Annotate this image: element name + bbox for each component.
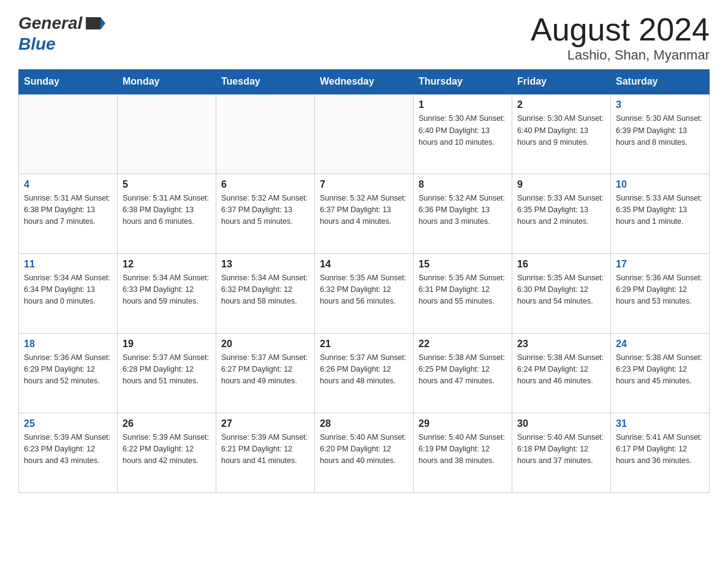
day-info: Sunrise: 5:36 AM Sunset: 6:29 PM Dayligh… bbox=[616, 272, 704, 308]
day-number: 7 bbox=[320, 179, 408, 190]
day-info: Sunrise: 5:34 AM Sunset: 6:34 PM Dayligh… bbox=[24, 272, 112, 308]
calendar-cell: 26Sunrise: 5:39 AM Sunset: 6:22 PM Dayli… bbox=[118, 413, 216, 492]
logo-general-text: General bbox=[18, 13, 82, 33]
calendar-cell: 20Sunrise: 5:37 AM Sunset: 6:27 PM Dayli… bbox=[216, 333, 315, 413]
day-number: 5 bbox=[123, 179, 211, 190]
page-header: General Blue August 2024 Lashio, Shan, M… bbox=[18, 12, 710, 63]
day-number: 13 bbox=[221, 259, 309, 270]
calendar-cell: 18Sunrise: 5:36 AM Sunset: 6:29 PM Dayli… bbox=[19, 333, 118, 413]
day-of-week-header: Monday bbox=[118, 70, 216, 94]
day-number: 11 bbox=[24, 259, 112, 270]
day-info: Sunrise: 5:34 AM Sunset: 6:33 PM Dayligh… bbox=[123, 272, 211, 308]
calendar-cell: 2Sunrise: 5:30 AM Sunset: 6:40 PM Daylig… bbox=[512, 94, 611, 174]
day-number: 10 bbox=[616, 179, 704, 190]
day-info: Sunrise: 5:39 AM Sunset: 6:23 PM Dayligh… bbox=[24, 432, 112, 467]
calendar-cell: 23Sunrise: 5:38 AM Sunset: 6:24 PM Dayli… bbox=[512, 333, 611, 413]
calendar-cell: 5Sunrise: 5:31 AM Sunset: 6:38 PM Daylig… bbox=[118, 174, 216, 253]
day-of-week-header: Wednesday bbox=[315, 70, 414, 94]
day-of-week-header: Friday bbox=[512, 70, 611, 94]
day-info: Sunrise: 5:34 AM Sunset: 6:32 PM Dayligh… bbox=[221, 272, 309, 308]
day-number: 17 bbox=[616, 259, 704, 270]
calendar-cell: 13Sunrise: 5:34 AM Sunset: 6:32 PM Dayli… bbox=[216, 253, 315, 333]
location-title: Lashio, Shan, Myanmar bbox=[531, 47, 710, 63]
calendar-week-row: 25Sunrise: 5:39 AM Sunset: 6:23 PM Dayli… bbox=[19, 413, 710, 492]
calendar-cell: 22Sunrise: 5:38 AM Sunset: 6:25 PM Dayli… bbox=[414, 333, 512, 413]
day-info: Sunrise: 5:37 AM Sunset: 6:26 PM Dayligh… bbox=[320, 352, 408, 388]
calendar-cell: 30Sunrise: 5:40 AM Sunset: 6:18 PM Dayli… bbox=[512, 413, 611, 492]
day-number: 25 bbox=[24, 418, 112, 429]
day-number: 15 bbox=[419, 259, 507, 270]
calendar-week-row: 18Sunrise: 5:36 AM Sunset: 6:29 PM Dayli… bbox=[19, 333, 710, 413]
day-info: Sunrise: 5:39 AM Sunset: 6:22 PM Dayligh… bbox=[123, 432, 211, 467]
day-info: Sunrise: 5:31 AM Sunset: 6:38 PM Dayligh… bbox=[123, 193, 211, 228]
day-info: Sunrise: 5:35 AM Sunset: 6:30 PM Dayligh… bbox=[517, 272, 605, 308]
calendar-cell: 21Sunrise: 5:37 AM Sunset: 6:26 PM Dayli… bbox=[315, 333, 414, 413]
day-of-week-header: Sunday bbox=[19, 70, 118, 94]
day-info: Sunrise: 5:31 AM Sunset: 6:38 PM Dayligh… bbox=[24, 193, 112, 228]
calendar-cell: 4Sunrise: 5:31 AM Sunset: 6:38 PM Daylig… bbox=[19, 174, 118, 253]
day-info: Sunrise: 5:30 AM Sunset: 6:39 PM Dayligh… bbox=[616, 113, 704, 148]
calendar-cell bbox=[315, 94, 414, 174]
day-info: Sunrise: 5:40 AM Sunset: 6:18 PM Dayligh… bbox=[517, 432, 605, 467]
calendar-cell: 7Sunrise: 5:32 AM Sunset: 6:37 PM Daylig… bbox=[315, 174, 414, 253]
day-info: Sunrise: 5:32 AM Sunset: 6:37 PM Dayligh… bbox=[320, 193, 408, 228]
day-info: Sunrise: 5:40 AM Sunset: 6:20 PM Dayligh… bbox=[320, 432, 408, 467]
calendar-cell: 27Sunrise: 5:39 AM Sunset: 6:21 PM Dayli… bbox=[216, 413, 315, 492]
calendar-cell: 29Sunrise: 5:40 AM Sunset: 6:19 PM Dayli… bbox=[414, 413, 512, 492]
calendar-cell: 6Sunrise: 5:32 AM Sunset: 6:37 PM Daylig… bbox=[216, 174, 315, 253]
day-number: 1 bbox=[419, 99, 507, 110]
calendar-cell: 19Sunrise: 5:37 AM Sunset: 6:28 PM Dayli… bbox=[118, 333, 216, 413]
calendar-cell: 9Sunrise: 5:33 AM Sunset: 6:35 PM Daylig… bbox=[512, 174, 611, 253]
logo: General Blue bbox=[18, 12, 107, 54]
day-number: 12 bbox=[123, 259, 211, 270]
day-number: 24 bbox=[616, 339, 704, 350]
day-info: Sunrise: 5:38 AM Sunset: 6:25 PM Dayligh… bbox=[419, 352, 507, 388]
day-number: 18 bbox=[24, 339, 112, 350]
day-info: Sunrise: 5:33 AM Sunset: 6:35 PM Dayligh… bbox=[517, 193, 605, 228]
day-info: Sunrise: 5:32 AM Sunset: 6:37 PM Dayligh… bbox=[221, 193, 309, 228]
calendar-cell: 3Sunrise: 5:30 AM Sunset: 6:39 PM Daylig… bbox=[611, 94, 710, 174]
svg-marker-0 bbox=[86, 17, 100, 29]
svg-marker-1 bbox=[100, 17, 105, 29]
day-of-week-header: Saturday bbox=[611, 70, 710, 94]
calendar-cell: 12Sunrise: 5:34 AM Sunset: 6:33 PM Dayli… bbox=[118, 253, 216, 333]
month-title: August 2024 bbox=[531, 12, 710, 47]
day-info: Sunrise: 5:37 AM Sunset: 6:28 PM Dayligh… bbox=[123, 352, 211, 388]
day-number: 16 bbox=[517, 259, 605, 270]
day-info: Sunrise: 5:38 AM Sunset: 6:23 PM Dayligh… bbox=[616, 352, 704, 388]
calendar-cell: 24Sunrise: 5:38 AM Sunset: 6:23 PM Dayli… bbox=[611, 333, 710, 413]
calendar-cell: 8Sunrise: 5:32 AM Sunset: 6:36 PM Daylig… bbox=[414, 174, 512, 253]
day-info: Sunrise: 5:36 AM Sunset: 6:29 PM Dayligh… bbox=[24, 352, 112, 388]
day-info: Sunrise: 5:33 AM Sunset: 6:35 PM Dayligh… bbox=[616, 193, 704, 228]
day-info: Sunrise: 5:38 AM Sunset: 6:24 PM Dayligh… bbox=[517, 352, 605, 388]
day-number: 26 bbox=[123, 418, 211, 429]
day-info: Sunrise: 5:30 AM Sunset: 6:40 PM Dayligh… bbox=[419, 113, 507, 148]
title-area: August 2024 Lashio, Shan, Myanmar bbox=[531, 12, 710, 63]
day-number: 6 bbox=[221, 179, 309, 190]
logo-blue-text: Blue bbox=[18, 34, 56, 53]
day-info: Sunrise: 5:40 AM Sunset: 6:19 PM Dayligh… bbox=[419, 432, 507, 467]
calendar-week-row: 4Sunrise: 5:31 AM Sunset: 6:38 PM Daylig… bbox=[19, 174, 710, 253]
calendar-cell: 15Sunrise: 5:35 AM Sunset: 6:31 PM Dayli… bbox=[414, 253, 512, 333]
day-number: 19 bbox=[123, 339, 211, 350]
day-number: 9 bbox=[517, 179, 605, 190]
day-number: 20 bbox=[221, 339, 309, 350]
calendar-cell bbox=[118, 94, 216, 174]
calendar-cell: 25Sunrise: 5:39 AM Sunset: 6:23 PM Dayli… bbox=[19, 413, 118, 492]
day-number: 31 bbox=[616, 418, 704, 429]
calendar-cell: 11Sunrise: 5:34 AM Sunset: 6:34 PM Dayli… bbox=[19, 253, 118, 333]
day-number: 4 bbox=[24, 179, 112, 190]
day-number: 23 bbox=[517, 339, 605, 350]
day-number: 2 bbox=[517, 99, 605, 110]
calendar-week-row: 1Sunrise: 5:30 AM Sunset: 6:40 PM Daylig… bbox=[19, 94, 710, 174]
calendar-cell: 31Sunrise: 5:41 AM Sunset: 6:17 PM Dayli… bbox=[611, 413, 710, 492]
day-info: Sunrise: 5:32 AM Sunset: 6:36 PM Dayligh… bbox=[419, 193, 507, 228]
day-of-week-header: Tuesday bbox=[216, 70, 315, 94]
logo-icon bbox=[83, 12, 105, 34]
day-info: Sunrise: 5:35 AM Sunset: 6:31 PM Dayligh… bbox=[419, 272, 507, 308]
calendar-cell bbox=[216, 94, 315, 174]
calendar-cell: 14Sunrise: 5:35 AM Sunset: 6:32 PM Dayli… bbox=[315, 253, 414, 333]
day-number: 30 bbox=[517, 418, 605, 429]
day-number: 27 bbox=[221, 418, 309, 429]
day-number: 21 bbox=[320, 339, 408, 350]
